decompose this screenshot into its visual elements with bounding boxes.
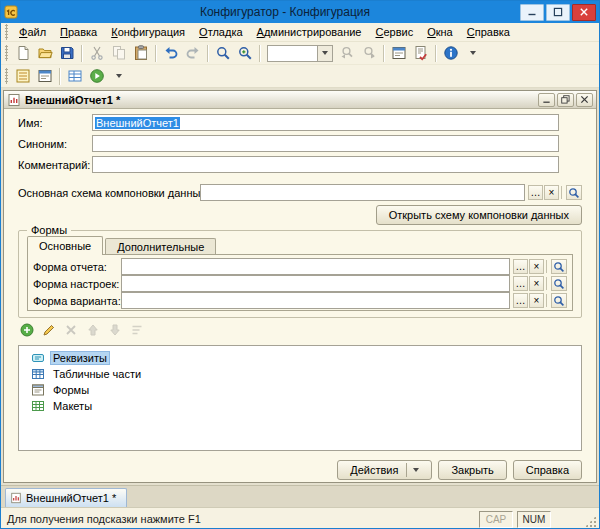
schema-open-button[interactable]	[566, 185, 582, 200]
tab-additional-forms[interactable]: Дополнительные	[105, 238, 216, 255]
close-dialog-button[interactable]: Закрыть	[438, 460, 506, 480]
menubar-grip[interactable]	[5, 24, 8, 40]
close-icon	[580, 95, 589, 104]
paste-button[interactable]	[130, 43, 152, 63]
report-form-input[interactable]	[121, 258, 510, 275]
status-bar: Для получения подсказки нажмите F1 CAP N…	[1, 507, 599, 529]
chevron-down-icon	[322, 51, 328, 55]
menu-help[interactable]: Справка	[460, 24, 517, 40]
undo-button[interactable]	[160, 43, 182, 63]
schema-row: Основная схема компоновки данных: … ×	[18, 184, 582, 201]
toolbar-options-button-2[interactable]	[108, 66, 130, 86]
doc-minimize-button[interactable]	[538, 93, 555, 107]
save-button[interactable]	[56, 43, 78, 63]
schema-clear-button[interactable]: ×	[544, 185, 559, 200]
schema-ellipsis-button[interactable]: …	[528, 185, 543, 200]
sort-button[interactable]	[128, 322, 146, 338]
resize-grip[interactable]	[584, 515, 597, 528]
variant-form-input[interactable]	[121, 292, 510, 309]
variant-form-ellipsis-button[interactable]: …	[513, 293, 528, 308]
window-titlebar[interactable]: Конфигуратор - Конфигурация	[1, 1, 599, 23]
document-content: Имя: ВнешнийОтчет1 Синоним: Комментарий:…	[4, 109, 596, 482]
new-document-button[interactable]	[12, 43, 34, 63]
report-form-row: Форма отчета: … ×	[33, 258, 567, 275]
add-button[interactable]	[18, 322, 36, 338]
attribute-icon	[31, 351, 45, 365]
name-input[interactable]: ВнешнийОтчет1	[92, 114, 559, 131]
move-down-button[interactable]	[106, 322, 124, 338]
redo-button[interactable]	[182, 43, 204, 63]
copy-button[interactable]	[108, 43, 130, 63]
settings-form-open-button[interactable]	[551, 276, 567, 291]
variant-form-open-button[interactable]	[551, 293, 567, 308]
doc-close-button[interactable]	[576, 93, 593, 107]
close-button[interactable]	[572, 4, 596, 21]
find-previous-button[interactable]	[336, 43, 358, 63]
synonym-input[interactable]	[92, 135, 559, 152]
open-schema-button[interactable]: Открыть схему компоновки данных	[376, 205, 582, 225]
forms-tabs: Основные Дополнительные	[27, 236, 218, 255]
delete-button[interactable]	[62, 322, 80, 338]
toolbar-grip[interactable]	[5, 45, 8, 61]
report-form-clear-button[interactable]: ×	[529, 259, 544, 274]
database-grid-button[interactable]	[64, 66, 86, 86]
toolbar-separator	[383, 45, 385, 62]
toolbar-grip[interactable]	[5, 68, 8, 84]
new-document-icon	[15, 45, 31, 61]
find-button[interactable]	[212, 43, 234, 63]
toolbar-options-button[interactable]	[462, 43, 484, 63]
report-form-open-button[interactable]	[551, 259, 567, 274]
menu-file[interactable]: Файл	[12, 24, 53, 40]
window-tab-active[interactable]: ВнешнийОтчет1 *	[5, 488, 127, 507]
combobox-arrow-button[interactable]	[317, 46, 332, 61]
comment-input[interactable]	[92, 156, 559, 173]
chevron-down-icon	[116, 74, 122, 78]
open-configuration-icon	[15, 68, 31, 84]
tree-item-label: Табличные части	[50, 368, 144, 380]
configuration-window-button-2[interactable]	[34, 66, 56, 86]
actions-button[interactable]: Действия	[337, 460, 432, 480]
tab-main-forms[interactable]: Основные	[27, 236, 103, 255]
menu-edit[interactable]: Правка	[53, 24, 104, 40]
start-debugging-button[interactable]	[86, 66, 108, 86]
report-icon	[10, 492, 22, 504]
menu-configuration[interactable]: Конфигурация	[104, 24, 192, 40]
move-up-button[interactable]	[84, 322, 102, 338]
tree-item-forms[interactable]: Формы	[19, 382, 581, 398]
variant-form-buttons: … ×	[512, 293, 567, 308]
actions-button-label: Действия	[350, 464, 398, 476]
settings-form-ellipsis-button[interactable]: …	[513, 276, 528, 291]
configuration-window-button[interactable]	[388, 43, 410, 63]
tree-item-templates[interactable]: Макеты	[19, 398, 581, 414]
help-dialog-button[interactable]: Справка	[513, 460, 582, 480]
report-form-ellipsis-button[interactable]: …	[513, 259, 528, 274]
configuration-window-icon	[37, 68, 53, 84]
sort-icon	[130, 323, 144, 337]
doc-restore-button[interactable]	[557, 93, 574, 107]
open-button[interactable]	[34, 43, 56, 63]
find-next-button[interactable]	[358, 43, 380, 63]
find-options-button[interactable]	[234, 43, 256, 63]
tree-item-tabular-sections[interactable]: Табличные части	[19, 366, 581, 382]
settings-form-input[interactable]	[121, 275, 510, 292]
open-configuration-button[interactable]	[12, 66, 34, 86]
minimize-button[interactable]	[520, 4, 544, 21]
search-combobox[interactable]	[267, 45, 333, 62]
schema-input[interactable]	[200, 184, 525, 201]
metadata-tree: Реквизиты Табличные части Формы Макеты	[18, 345, 582, 451]
menu-service[interactable]: Сервис	[368, 24, 420, 40]
settings-form-clear-button[interactable]: ×	[529, 276, 544, 291]
document-titlebar[interactable]: ВнешнийОтчет1 *	[4, 91, 596, 109]
start-debugging-icon	[89, 68, 105, 84]
edit-button[interactable]	[40, 322, 58, 338]
syntax-check-button[interactable]	[410, 43, 432, 63]
menu-administration[interactable]: Администрирование	[250, 24, 369, 40]
variant-form-clear-button[interactable]: ×	[529, 293, 544, 308]
variant-form-label: Форма варианта:	[33, 295, 121, 307]
menu-windows[interactable]: Окна	[420, 24, 460, 40]
cut-button[interactable]	[86, 43, 108, 63]
maximize-button[interactable]	[546, 4, 570, 21]
help-button[interactable]	[440, 43, 462, 63]
tree-item-attributes[interactable]: Реквизиты	[19, 350, 581, 366]
menu-debug[interactable]: Отладка	[192, 24, 250, 40]
